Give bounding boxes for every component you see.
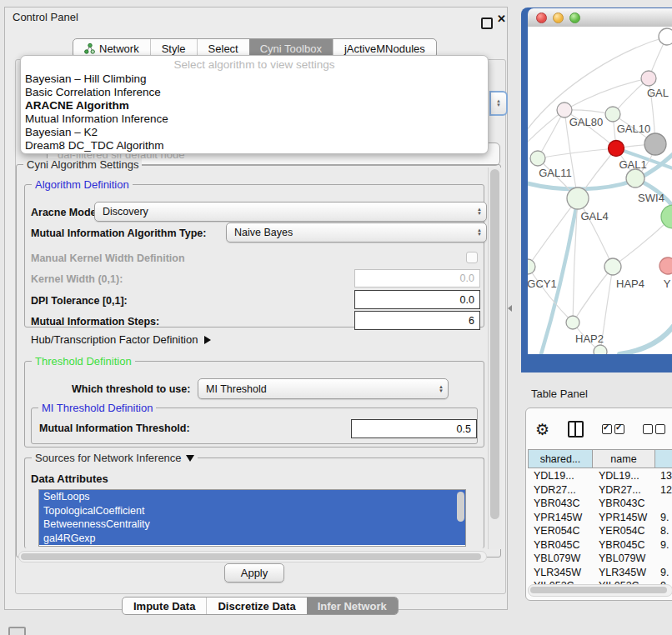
node-swi4[interactable] [626,169,644,188]
popup-item-bayesian-hill-climbing[interactable]: Bayesian – Hill Climbing [25,72,484,86]
table-horizontal-scrollbar-thumb[interactable] [530,587,667,593]
column-header-name-label: name [610,453,636,465]
network-window-titlebar[interactable] [528,8,672,28]
table-row[interactable]: YBL079WYBL079W [528,552,672,566]
panel-divider-handle[interactable] [508,305,512,312]
network-canvas[interactable]: GAL GAL80 GAL10 GAL1 GAL11 SWI4 GAL4 GCY… [528,27,672,354]
settings-vertical-scrollbar[interactable] [488,168,502,549]
popup-item-aracne[interactable]: ARACNE Algorithm [25,99,484,112]
mi-threshold-label: Mutual Information Threshold: [39,422,190,434]
aracne-mode-combo[interactable]: Discovery [94,202,487,222]
node-gal11[interactable] [530,151,545,166]
which-threshold-label: Which threshold to use: [72,383,190,395]
node-unnamed-bottom[interactable] [594,345,607,354]
table-row[interactable]: YPR145WYPR145W9. [528,511,672,525]
node-gal4[interactable] [567,188,589,209]
tab-discretize-data[interactable]: Discretize Data [206,598,306,614]
node-gray[interactable] [644,133,666,155]
data-attributes-label: Data Attributes [31,472,108,485]
kernel-width-label: Kernel Width (0,1): [31,273,123,285]
column-header-shared-name-label: shared... [540,453,581,465]
table-row[interactable]: YDL19...YDL19...13 [528,469,672,483]
table-row[interactable]: YBR043CYBR043C [528,497,672,511]
node-label-hap2: HAP2 [575,332,604,345]
mi-threshold-field[interactable]: 0.5 [351,419,477,438]
node-label-gal-partial: GAL [647,87,669,99]
cyni-bottom-tabs: Impute Data Discretize Data Infer Networ… [122,597,399,615]
tab-impute-data[interactable]: Impute Data [123,598,206,614]
node-hap4[interactable] [604,258,621,275]
tab-infer-network[interactable]: Infer Network [307,598,398,614]
table-row[interactable]: YDR27...YDR27...12 [528,483,672,498]
apply-button-label: Apply [241,567,268,579]
table-body: YDL19...YDL19...13 YDR27...YDR27...12 YB… [528,469,672,587]
threshold-definition-title: Threshold Definition [32,355,135,368]
kernel-width-field[interactable]: 0.0 [354,269,480,288]
node-green-large[interactable] [661,205,672,228]
column-header-name[interactable]: name [592,449,655,468]
table-row[interactable]: YBR045CYBR045C9. [528,538,672,552]
table-panel-title: Table Panel [531,388,588,400]
algorithm-popup: Select algorithm to view settings Bayesi… [20,55,489,154]
popup-item-mutual-information[interactable]: Mutual Information Inference [25,112,484,126]
node-label-y-partial: Y [664,278,671,290]
network-graph [528,27,672,354]
minimize-window-icon[interactable] [553,12,564,23]
node-label-gcy1: GCY1 [528,278,557,290]
expanded-arrow-icon [186,455,194,462]
float-panel-icon[interactable] [481,18,493,29]
popup-item-basic-correlation[interactable]: Basic Correlation Inference [25,86,484,99]
data-attributes-list[interactable]: SelfLoops TopologicalCoefficient Between… [38,489,466,547]
list-item-selfloops[interactable]: SelfLoops [39,490,465,504]
sources-group-title[interactable]: Sources for Network Inference [32,452,198,464]
gear-icon[interactable] [535,422,549,438]
combo-stepper-icon [439,385,444,393]
select-all-checkboxes-icon[interactable] [602,424,624,434]
table-row[interactable]: YER054CYER054C8. [528,524,672,538]
close-window-icon[interactable] [536,12,547,23]
settings-horizontal-scrollbar[interactable] [18,551,487,562]
tab-network-label: Network [99,42,139,55]
settings-vertical-scrollbar-thumb[interactable] [490,169,499,519]
network-view-window[interactable]: GAL GAL80 GAL10 GAL1 GAL11 SWI4 GAL4 GCY… [521,8,672,372]
dpi-tolerance-field[interactable]: 0.0 [354,290,480,309]
column-header-partial[interactable] [654,449,672,468]
node-label-gal10: GAL10 [617,122,650,135]
hub-definition-label: Hub/Transcription Factor Definition [31,333,198,346]
list-item-gal4rgexp[interactable]: gal4RGexp [39,532,465,546]
tab-cyni-toolbox-label: Cyni Toolbox [260,42,322,55]
popup-item-dream8[interactable]: Dream8 DC_TDC Algorithm [25,139,484,152]
column-header-shared-name[interactable]: shared... [528,449,593,468]
node-gcy1[interactable] [528,259,535,274]
mi-algorithm-type-value: Naive Bayes [234,227,293,238]
tab-style-label: Style [162,42,186,55]
node-salmon[interactable] [659,258,672,274]
zoom-window-icon[interactable] [569,12,580,23]
table-horizontal-scrollbar[interactable] [528,584,672,597]
list-item-topologicalcoefficient[interactable]: TopologicalCoefficient [39,504,465,518]
split-columns-icon[interactable] [568,421,584,438]
node-label-hap4: HAP4 [616,278,644,290]
algorithm-combo-stepper-icon[interactable] [489,91,508,116]
node-gal1-highlighted[interactable] [609,141,624,157]
list-item-betweennesscentrality[interactable]: BetweennessCentrality [39,518,465,532]
settings-horizontal-scrollbar-thumb[interactable] [21,553,481,560]
manual-kernel-width-checkbox[interactable] [466,252,478,263]
node-gal-partial[interactable] [641,71,656,86]
clear-all-checkboxes-icon[interactable] [643,424,665,434]
node-unnamed-top[interactable] [659,28,672,45]
node-label-swi4: SWI4 [638,192,664,204]
close-panel-icon[interactable] [497,12,506,25]
node-hap2[interactable] [566,316,579,329]
node-gal10[interactable] [605,107,620,122]
hub-definition-toggle[interactable]: Hub/Transcription Factor Definition [31,333,211,346]
table-row[interactable]: YLR345WYLR345W9. [528,566,672,580]
apply-button[interactable]: Apply [224,563,284,582]
mi-algorithm-type-combo[interactable]: Naive Bayes [226,222,487,242]
minimized-panel-chip[interactable] [8,627,26,635]
which-threshold-combo[interactable]: MI Threshold [198,378,449,399]
collapsed-arrow-icon [204,336,211,344]
attributes-list-scrollbar-thumb[interactable] [457,492,464,522]
mi-steps-field[interactable]: 6 [354,311,480,330]
popup-item-bayesian-k2[interactable]: Bayesian – K2 [25,126,484,139]
